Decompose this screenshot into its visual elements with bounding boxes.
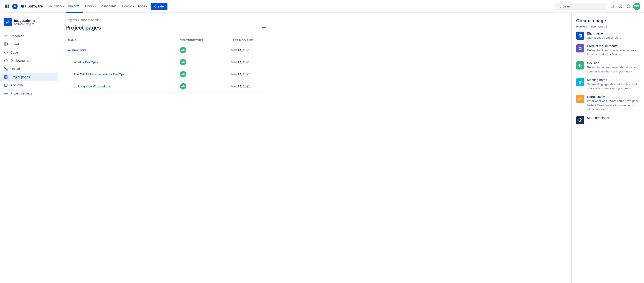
svg-rect-14: [4, 35, 8, 36]
logo[interactable]: Jira Software: [12, 3, 43, 10]
project-icon: [4, 18, 12, 26]
templates-list: Blank page Start a page from scratch. Pr…: [576, 32, 640, 124]
panel-title: Create a page: [576, 18, 640, 23]
grid-icon[interactable]: [4, 3, 10, 10]
settings-button[interactable]: [625, 3, 632, 10]
table-row: Building a DevOps culture WM May 14, 202…: [65, 80, 269, 92]
svg-rect-7: [6, 7, 8, 9]
table-row: ▶ Runbooks WM May 14, 2021: [65, 44, 269, 56]
sidebar-item-deployments[interactable]: Deployments: [0, 57, 58, 65]
svg-rect-16: [4, 37, 7, 38]
last-modified-cell: May 14, 2021: [228, 56, 269, 68]
search-icon: [558, 5, 561, 8]
pages-table: Name Contributors Last modified ▶ Runboo…: [65, 37, 269, 92]
svg-rect-4: [6, 6, 8, 7]
expand-icon[interactable]: ▶: [68, 49, 70, 52]
sidebar-item-label: Board: [10, 43, 19, 46]
sidebar-item-code[interactable]: Code: [0, 48, 58, 57]
user-avatar[interactable]: WM: [633, 3, 640, 10]
template-name: Decision: [587, 61, 640, 65]
settings-icon: [4, 91, 8, 96]
template-item-product-requirements[interactable]: Product requirements Define, track and s…: [576, 44, 640, 57]
sidebar-item-roadmap[interactable]: Roadmap: [0, 32, 58, 40]
svg-rect-8: [8, 7, 9, 9]
avatar: WM: [180, 71, 186, 78]
svg-rect-0: [5, 5, 6, 6]
col-contributors: Contributors: [177, 37, 228, 44]
breadcrumb-projects[interactable]: Projects: [65, 18, 77, 22]
template-desc: Record important project decisions and c…: [587, 65, 640, 74]
template-item-retrospective[interactable]: Retrospective What went well? What could…: [576, 95, 640, 112]
avatar: WM: [180, 83, 186, 90]
chevron-down-icon: ▾: [63, 5, 64, 8]
sidebar-item-label: Project pages: [10, 75, 30, 79]
sidebar-item-label: Deployments: [10, 59, 29, 63]
topnav-item-projects[interactable]: Projects▾: [66, 0, 83, 13]
code-icon: [4, 50, 8, 55]
template-item-decision[interactable]: Decision Record important project decisi…: [576, 61, 640, 74]
svg-rect-3: [5, 6, 6, 7]
template-info: Decision Record important project decisi…: [587, 61, 640, 74]
topnav-item-your-work[interactable]: Your work▾: [46, 0, 66, 13]
template-info: Retrospective What went well? What could…: [587, 95, 640, 112]
topnav-actions: WM: [608, 3, 640, 10]
svg-rect-5: [8, 6, 9, 7]
topnav-item-filters[interactable]: Filters▾: [83, 0, 98, 13]
page-link[interactable]: Building a DevOps culture: [74, 85, 110, 88]
sidebar-item-add-item[interactable]: Add item: [0, 81, 58, 89]
page-link[interactable]: Runbooks: [72, 48, 86, 52]
topnav-item-people[interactable]: People▾: [120, 0, 136, 13]
help-button[interactable]: [617, 3, 624, 10]
sidebar-item-label: On-call: [10, 67, 20, 71]
sidebar-item-label: Project settings: [10, 92, 32, 95]
breadcrumb: Projects / ImageLabeller: [65, 18, 269, 22]
sidebar-item-label: Code: [10, 51, 18, 54]
oncall-icon: [4, 67, 8, 71]
sidebar-item-board[interactable]: Board: [0, 40, 58, 48]
page-link[interactable]: The CALMS Framework for DevOps: [74, 73, 124, 76]
template-info: More templates: [587, 116, 609, 124]
contributor-cell: WM: [177, 44, 228, 56]
sidebar-item-label: Roadmap: [10, 34, 24, 38]
page-name-cell: What is DevOps?: [65, 56, 177, 68]
template-item-meeting-notes[interactable]: Meeting notes Set meeting agendas, take …: [576, 78, 640, 90]
col-last-modified: Last modified: [228, 37, 269, 44]
sidebar-item-project-settings[interactable]: Project settings: [0, 89, 58, 97]
sidebar-nav: Roadmap Board Code Deployments On-call P…: [0, 32, 58, 97]
deployments-icon: [4, 58, 8, 63]
roadmap-icon: [4, 34, 8, 38]
template-info: Product requirements Define, track and s…: [587, 44, 640, 57]
template-info: Blank page Start a page from scratch.: [587, 32, 621, 40]
svg-rect-15: [4, 36, 6, 37]
chevron-down-icon: ▾: [133, 5, 134, 8]
chevron-down-icon: ▾: [80, 5, 82, 8]
template-name: Meeting notes: [587, 78, 640, 82]
template-item-more-templates[interactable]: More templates: [576, 116, 640, 124]
table-row: The CALMS Framework for DevOps WM May 14…: [65, 68, 269, 80]
project-type: Software project: [14, 23, 36, 26]
sidebar-item-on-call[interactable]: On-call: [0, 65, 58, 73]
topnav-item-dashboards[interactable]: Dashboards▾: [98, 0, 120, 13]
board-icon: [4, 42, 8, 47]
sidebar-item-project-pages[interactable]: Project pages: [0, 73, 58, 81]
create-button[interactable]: Create: [151, 3, 168, 10]
pages-table-body: ▶ Runbooks WM May 14, 2021 What is DevOp…: [65, 44, 269, 92]
template-icon: [576, 116, 584, 124]
search-box[interactable]: [555, 3, 606, 10]
template-item-blank-page[interactable]: Blank page Start a page from scratch.: [576, 32, 640, 40]
col-name: Name: [65, 37, 177, 44]
notifications-button[interactable]: [608, 3, 616, 10]
topnav-item-apps[interactable]: Apps▾: [136, 0, 149, 13]
project-name: ImageLabeller: [14, 19, 36, 23]
page-name-cell: The CALMS Framework for DevOps: [65, 68, 177, 80]
breadcrumb-imagelabeller[interactable]: ImageLabeller: [80, 18, 100, 22]
template-icon: [576, 44, 584, 53]
more-options-button[interactable]: •••: [259, 24, 269, 32]
template-name: Product requirements: [587, 44, 640, 48]
template-icon: [576, 61, 584, 70]
template-name: Blank page: [587, 32, 621, 35]
page-link[interactable]: What is DevOps?: [74, 60, 98, 64]
template-name: Retrospective: [587, 95, 640, 99]
page-title: Project pages: [65, 25, 101, 31]
search-input[interactable]: [562, 5, 604, 8]
